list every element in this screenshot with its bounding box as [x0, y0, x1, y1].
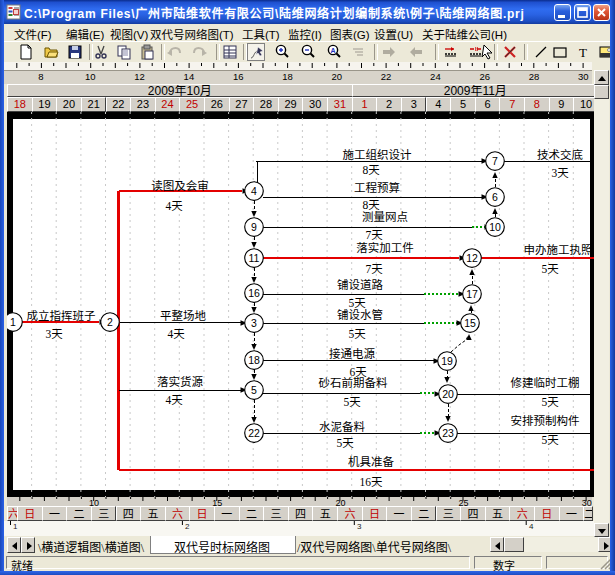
svg-text:15: 15: [212, 498, 222, 507]
svg-text:12: 12: [134, 71, 145, 82]
svg-text:25: 25: [459, 498, 469, 507]
svg-text:22: 22: [381, 71, 392, 82]
svg-text:18: 18: [282, 71, 293, 82]
svg-text:A: A: [330, 46, 335, 53]
svg-text:14: 14: [184, 71, 195, 82]
svg-text:20: 20: [332, 71, 343, 82]
svg-text:30: 30: [582, 498, 592, 507]
svg-text:24: 24: [430, 71, 441, 82]
svg-text:30: 30: [578, 71, 589, 82]
svg-text:16: 16: [233, 71, 244, 82]
svg-text:26: 26: [479, 71, 490, 82]
svg-text:20: 20: [335, 498, 345, 507]
svg-text:28: 28: [529, 71, 540, 82]
svg-text:8: 8: [38, 71, 43, 82]
svg-text:T: T: [579, 45, 587, 60]
svg-text:10: 10: [85, 71, 96, 82]
svg-text:10: 10: [89, 498, 99, 507]
